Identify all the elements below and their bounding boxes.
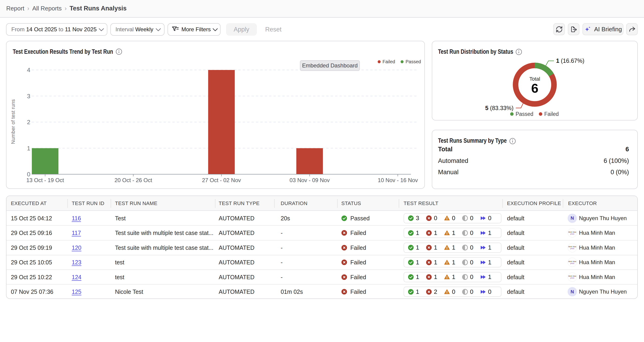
svg-text:3: 3 (27, 93, 30, 100)
svg-text:27 Oct - 02 Nov: 27 Oct - 02 Nov (202, 177, 241, 183)
svg-text:Number of test runs: Number of test runs (10, 99, 16, 144)
svg-text:6: 6 (531, 81, 538, 95)
svg-text:Passed: Passed (516, 111, 534, 117)
svg-text:0: 0 (27, 171, 30, 178)
svg-text:4: 4 (27, 67, 30, 73)
svg-text:2: 2 (27, 119, 30, 126)
svg-text:10 Nov - 16 Nov: 10 Nov - 16 Nov (378, 177, 418, 183)
svg-text:1: 1 (27, 145, 30, 152)
svg-text:03 Nov - 09 Nov: 03 Nov - 09 Nov (290, 177, 330, 183)
svg-text:13 Oct - 19 Oct: 13 Oct - 19 Oct (26, 177, 64, 183)
svg-text:20 Oct - 26 Oct: 20 Oct - 26 Oct (114, 177, 152, 183)
svg-text:5 (83.33%): 5 (83.33%) (485, 105, 514, 111)
svg-text:Failed: Failed (544, 111, 559, 117)
svg-text:1 (16.67%): 1 (16.67%) (556, 58, 584, 64)
